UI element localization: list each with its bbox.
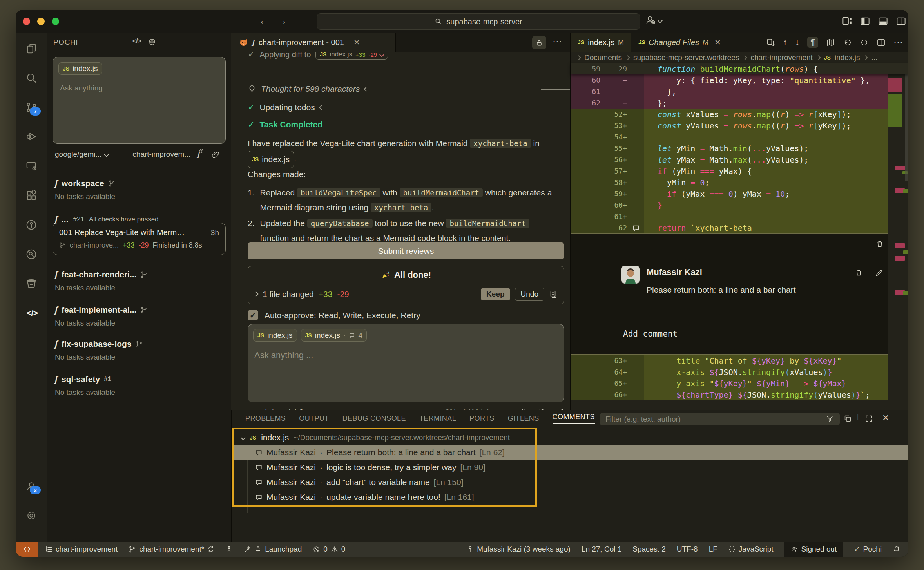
file-pill[interactable]: JSindex.js (248, 151, 294, 168)
beaker-indicator[interactable] (225, 546, 233, 553)
filter-funnel-icon[interactable] (826, 414, 834, 423)
remote-explorer-icon[interactable] (16, 155, 47, 177)
comment-row[interactable]: Mufassir Kazi· logic is too dense, try a… (232, 460, 908, 475)
thought-row[interactable]: Thought for 598 characters (248, 84, 564, 94)
attach-icon[interactable] (212, 150, 220, 159)
open-diff-icon[interactable] (549, 290, 558, 299)
arrow-down-icon[interactable]: ↓ (795, 37, 799, 47)
tab-gitlens[interactable]: GITLENS (508, 414, 539, 423)
more-actions-icon[interactable]: ⋯ (893, 37, 903, 48)
context-file-comments-chip[interactable]: JSindex.js· 4 (301, 329, 367, 342)
indentation-setting[interactable]: Spaces: 2 (632, 545, 666, 554)
comments-file-row[interactable]: JS index.js ~/Documents/supabase-mcp-ser… (232, 430, 908, 445)
delete-thread-icon[interactable] (875, 240, 884, 248)
sidebar-item-fix-supabase-logs[interactable]: ʃfix-supabase-logs (55, 339, 231, 349)
comment-row[interactable]: Mufassir Kazi· Please return both: a lin… (232, 445, 908, 460)
extensions-icon[interactable] (16, 184, 47, 207)
cursor-position[interactable]: Ln 27, Col 1 (582, 545, 621, 554)
diff-file-pill[interactable]: JS index.js +33 -29 (315, 52, 388, 60)
chat-more-actions-icon[interactable]: ⋯ (553, 36, 563, 47)
minimize-window-button[interactable] (37, 18, 45, 25)
task-card[interactable]: 001 Replace Vega-Lite with Mermai... 3h … (53, 223, 226, 255)
back-icon[interactable]: ← (259, 14, 269, 27)
pochi-code-icon[interactable]: </> (16, 302, 48, 324)
todos-row[interactable]: ✓ Updating todos (248, 102, 564, 112)
toggle-primary-sidebar-icon[interactable] (860, 16, 870, 26)
split-editor-icon[interactable] (877, 38, 886, 47)
command-center-search[interactable]: supabase-mcp-server (317, 13, 640, 30)
arrow-up-icon[interactable]: ↑ (783, 37, 787, 47)
submit-reviews-button[interactable]: Submit reviews (248, 242, 564, 259)
commit-circle-icon[interactable] (860, 38, 869, 47)
toggle-panel-icon[interactable] (878, 16, 888, 26)
add-comment-field[interactable]: Add comment (623, 329, 678, 338)
worktree-indicator[interactable]: chart-improvement (45, 545, 118, 554)
notifications-bell-icon[interactable] (893, 545, 900, 553)
pilcrow-whitespace-icon[interactable]: ¶ (807, 37, 818, 48)
gitlens-inspect-icon[interactable] (16, 243, 47, 266)
sync-icon[interactable] (207, 546, 214, 553)
sidebar-item-feat-implement[interactable]: ʃfeat-implement-al... (55, 305, 231, 315)
toggle-secondary-sidebar-icon[interactable] (896, 16, 906, 26)
model-selector[interactable]: google/gemi... (55, 150, 108, 159)
undo-button[interactable]: Undo (515, 288, 544, 301)
close-tab-icon[interactable]: ✕ (714, 38, 721, 47)
eol-setting[interactable]: LF (709, 545, 717, 554)
map-icon[interactable] (826, 38, 835, 47)
pochi-settings-gear-icon[interactable] (147, 37, 157, 47)
maximize-panel-icon[interactable] (865, 414, 873, 423)
tab-debug-console[interactable]: DEBUG CONSOLE (342, 414, 406, 423)
breadcrumb[interactable]: Documents supabase-mcp-server.worktrees … (571, 52, 908, 63)
scrollbar[interactable] (905, 63, 908, 181)
settings-gear-icon[interactable] (16, 504, 47, 527)
signed-out-indicator[interactable]: Signed out (784, 542, 843, 557)
zoom-window-button[interactable] (52, 18, 59, 25)
lock-icon[interactable] (532, 36, 546, 49)
sidebar-prompt-card[interactable]: JS index.js Ask anything ... (53, 57, 226, 144)
problems-indicator[interactable]: 0 0 (313, 545, 345, 554)
context-file-chip[interactable]: JSindex.js (253, 329, 297, 342)
compare-changes-icon[interactable] (766, 38, 775, 47)
tab-terminal[interactable]: TERMINAL (419, 414, 456, 423)
s3-bucket-icon[interactable] (16, 272, 47, 295)
branch-indicator[interactable]: chart-improvement* (129, 545, 214, 554)
tab-comments[interactable]: COMMENTS (553, 413, 595, 424)
tab-output[interactable]: OUTPUT (299, 414, 329, 423)
source-control-icon[interactable]: 7 (16, 96, 47, 119)
tab-index-js[interactable]: JS index.js M (571, 33, 631, 52)
duplicate-panel-icon[interactable] (844, 414, 852, 423)
explorer-icon[interactable] (16, 37, 47, 60)
customize-layout-icon[interactable] (842, 16, 852, 26)
edit-comment-icon[interactable] (875, 269, 883, 277)
tab-chart-improvement-001[interactable]: ʃ chart-improvement - 001 ✕ (231, 33, 396, 52)
close-panel-icon[interactable]: ✕ (882, 413, 889, 423)
search-sidebar-icon[interactable] (16, 67, 47, 89)
sidebar-item-sql-safety[interactable]: ʃsql-safety #1 (55, 374, 231, 384)
language-mode[interactable]: JavaScript (728, 545, 774, 554)
delete-comment-icon[interactable] (855, 269, 863, 277)
gutter-comment-icon[interactable] (628, 224, 644, 232)
code-area[interactable]: 5929function buildMermaidChart(rows) {60… (571, 63, 908, 410)
launchpad-indicator[interactable]: Launchpad (244, 545, 302, 554)
tab-ports[interactable]: PORTS (469, 414, 495, 423)
minimap[interactable]: ? (888, 63, 908, 410)
close-tab-icon[interactable]: ✕ (353, 38, 360, 47)
tab-changed-files[interactable]: JS Changed Files M ✕ (631, 33, 728, 52)
forward-icon[interactable]: → (277, 14, 287, 27)
comment-row[interactable]: Mufassir Kazi· add "chart" to variable n… (232, 475, 908, 490)
close-window-button[interactable] (23, 18, 30, 25)
sidebar-item-workspace[interactable]: ʃ workspace (55, 178, 231, 188)
chevron-right-icon[interactable] (254, 291, 259, 297)
remote-indicator[interactable] (16, 542, 38, 557)
tab-problems[interactable]: PROBLEMS (245, 414, 286, 423)
comment-row[interactable]: Mufassir Kazi· update variable name here… (232, 490, 908, 505)
open-editor-icon[interactable]: </> (132, 37, 141, 47)
sidebar-item-feat-chart-rendering[interactable]: ʃfeat-chart-renderi... (55, 270, 231, 280)
git-blame-indicator[interactable]: Mufassir Kazi (3 weeks ago) (467, 545, 571, 554)
comments-filter-input[interactable] (600, 413, 840, 425)
account-menu-button[interactable] (645, 15, 662, 26)
pochi-status[interactable]: ✓Pochi (854, 545, 882, 554)
composer-input[interactable]: JSindex.js JSindex.js· 4 Ask anything ..… (248, 324, 564, 402)
context-file-chip[interactable]: JS index.js (58, 62, 102, 75)
task-selector[interactable]: chart-improvem... (132, 150, 190, 159)
